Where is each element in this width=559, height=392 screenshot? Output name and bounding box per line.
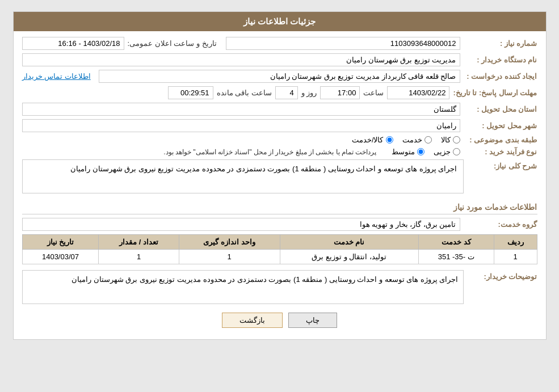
category-khadamat-label: خدمت — [402, 136, 422, 144]
col-unit: واحد اندازه گیری — [179, 235, 280, 250]
category-kala-khadamat-radio[interactable] — [386, 136, 393, 144]
service-group-label: گروه خدمت: — [464, 220, 537, 229]
category-khadamat: خدمت — [402, 136, 432, 144]
buyer-org-row: نام دستگاه خریدار : مدیریت توزیع برق شهر… — [22, 53, 537, 66]
deadline-row: مهلت ارسال پاسخ: تا تاریخ: 1403/02/22 سا… — [22, 86, 537, 99]
service-group-value: تامین برق، گاز، بخار و تهویه هوا — [360, 220, 456, 229]
cell-unit: 1 — [179, 250, 280, 264]
process-jozii-radio[interactable] — [453, 148, 460, 155]
main-container: جزئیات اطلاعات نیاز شماره نیاز : 1103093… — [13, 11, 547, 340]
category-kala-khadamat-label: کالا/خدمت — [352, 136, 384, 144]
cell-date: 1403/03/07 — [22, 250, 99, 264]
back-button[interactable]: بازگشت — [222, 313, 283, 328]
deadline-date-field: 1403/02/22 — [387, 86, 449, 99]
button-row: چاپ بازگشت — [22, 313, 537, 328]
buyer-desc-box: اجرای پروژه های توسعه و احداث روستایی ( … — [22, 270, 464, 304]
process-jozii: جزیی — [434, 147, 460, 156]
process-jozii-label: جزیی — [434, 147, 451, 156]
need-number-field: 1103093648000012 — [226, 37, 460, 50]
general-desc-box: اجرای پروژه های توسعه و احداث روستایی ( … — [22, 159, 464, 193]
requester-field: صالح قلعه قافی کاربرداز مدیریت توزیع برق… — [99, 70, 460, 83]
process-row: نوع فرآیند خرید : جزیی متوسط پرداخت تمام… — [22, 147, 537, 156]
general-desc-label: شرح کلی نیاز: — [464, 159, 537, 170]
category-khadamat-radio[interactable] — [424, 136, 432, 144]
services-section-title: اطلاعات خدمات مورد نیاز — [22, 203, 537, 214]
page-title: جزئیات اطلاعات نیاز — [243, 16, 316, 26]
general-desc-container: شرح کلی نیاز: اجرای پروژه های توسعه و اح… — [22, 159, 537, 197]
col-service-name: نام خدمت — [280, 235, 418, 250]
deadline-time-field: 17:00 — [320, 86, 360, 99]
col-quantity: تعداد / مقدار — [99, 235, 179, 250]
col-service-code: کد خدمت — [418, 235, 494, 250]
category-row: طبقه بندی موضوعی : کالا خدمت کالا/خدمت — [22, 136, 537, 144]
category-radio-group: کالا خدمت کالا/خدمت — [352, 136, 460, 144]
requester-label: ایجاد کننده درخواست : — [464, 72, 537, 81]
province-label: استان محل تحویل : — [464, 105, 537, 113]
deadline-remaining-label: ساعت باقی مانده — [217, 88, 272, 97]
process-motavaset: متوسط — [392, 147, 424, 156]
page-content: شماره نیاز : 1103093648000012 تاریخ و سا… — [14, 31, 546, 339]
province-row: استان محل تحویل : گلستان — [22, 103, 537, 116]
province-value: گلستان — [434, 105, 456, 113]
need-number-label: شماره نیاز : — [464, 39, 537, 48]
deadline-label: مهلت ارسال پاسخ: تا تاریخ: — [453, 88, 537, 97]
requester-value: صالح قلعه قافی کاربرداز مدیریت توزیع برق… — [270, 72, 456, 81]
process-radio-group: جزیی متوسط — [392, 147, 460, 156]
category-label: طبقه بندی موضوعی : — [464, 136, 537, 144]
announce-datetime-field: 1403/02/18 - 16:16 — [22, 37, 124, 50]
process-motavaset-label: متوسط — [392, 147, 415, 156]
category-kala-label: کالا — [441, 136, 451, 144]
deadline-days-label: روز و — [301, 88, 317, 97]
province-field: گلستان — [22, 103, 460, 116]
deadline-remaining-field: 00:29:51 — [168, 86, 213, 99]
col-row-num: ردیف — [494, 235, 537, 250]
general-desc-value: اجرای پروژه های توسعه و احداث روستایی ( … — [70, 165, 457, 173]
cell-quantity: 1 — [99, 250, 179, 264]
city-field: رامیان — [22, 119, 460, 132]
buyer-org-value: مدیریت توزیع برق شهرستان رامیان — [346, 56, 456, 64]
buyer-desc-label: توضیحات خریدار: — [464, 270, 537, 281]
need-number-value: 1103093648000012 — [390, 39, 456, 48]
table-row: 1 ت -35- 351 تولید، انتقال و توزیع برق 1… — [22, 250, 537, 264]
requester-contact-link[interactable]: اطلاعات تماس خریدار — [22, 72, 91, 81]
city-row: شهر محل تحویل : رامیان — [22, 119, 537, 132]
cell-service-code: ت -35- 351 — [418, 250, 494, 264]
category-kala-khadamat: کالا/خدمت — [352, 136, 393, 144]
category-kala-radio[interactable] — [453, 136, 460, 144]
cell-service-name: تولید، انتقال و توزیع برق — [280, 250, 418, 264]
city-label: شهر محل تحویل : — [464, 121, 537, 130]
announce-datetime-value: 1403/02/18 - 16:16 — [58, 39, 120, 48]
col-date: تاریخ نیاز — [22, 235, 99, 250]
announce-datetime-label: تاریخ و ساعت اعلان عمومی: — [128, 39, 217, 48]
deadline-days-value: 4 — [290, 88, 294, 97]
city-value: رامیان — [436, 121, 456, 130]
buyer-desc-container: توضیحات خریدار: اجرای پروژه های توسعه و … — [22, 270, 537, 304]
buyer-desc-value: اجرای پروژه های توسعه و احداث روستایی ( … — [72, 275, 459, 284]
cell-row-num: 1 — [494, 250, 537, 264]
requester-row: ایجاد کننده درخواست : صالح قلعه قافی کار… — [22, 70, 537, 83]
buyer-org-label: نام دستگاه خریدار : — [464, 56, 537, 64]
process-note: پرداخت تمام یا بخشی از مبلغ خریدار از مح… — [163, 148, 376, 156]
print-button[interactable]: چاپ — [288, 313, 337, 328]
deadline-date-value: 1403/02/22 — [409, 88, 445, 97]
need-number-row: شماره نیاز : 1103093648000012 تاریخ و سا… — [22, 37, 537, 50]
deadline-days-field: 4 — [275, 86, 298, 99]
category-kala: کالا — [441, 136, 460, 144]
service-group-field: تامین برق، گاز، بخار و تهویه هوا — [22, 218, 460, 231]
deadline-remaining-value: 00:29:51 — [180, 88, 209, 97]
service-group-row: گروه خدمت: تامین برق، گاز، بخار و تهویه … — [22, 218, 537, 231]
page-header: جزئیات اطلاعات نیاز — [14, 12, 546, 31]
process-motavaset-radio[interactable] — [417, 148, 424, 155]
deadline-time-label: ساعت — [363, 88, 384, 97]
services-table: ردیف کد خدمت نام خدمت واحد اندازه گیری ت… — [22, 234, 537, 264]
deadline-time-value: 17:00 — [338, 88, 356, 97]
buyer-org-field: مدیریت توزیع برق شهرستان رامیان — [22, 53, 460, 66]
process-label: نوع فرآیند خرید : — [464, 147, 537, 156]
